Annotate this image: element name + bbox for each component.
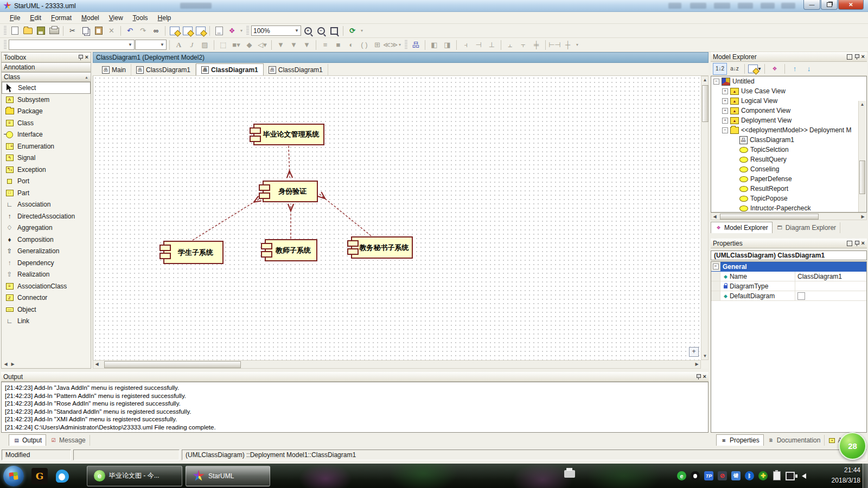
- align-left-button[interactable]: ⫞: [459, 39, 472, 50]
- tray-360-icon[interactable]: e: [677, 471, 686, 480]
- braces-button[interactable]: ( ): [358, 39, 371, 50]
- scroll-right-icon[interactable]: ▶: [693, 361, 700, 368]
- collapse-icon[interactable]: −: [713, 79, 719, 85]
- stereotype-display-button[interactable]: ▾: [748, 63, 761, 74]
- property-row-defaultdiagram[interactable]: ◆DefaultDiagram: [711, 291, 866, 301]
- horizontal-scroll-thumb[interactable]: [720, 214, 819, 220]
- sort-by-order-button[interactable]: 1↓2: [713, 63, 727, 75]
- tree-item-classdiagram1[interactable]: 品ClassDiagram1: [711, 135, 866, 145]
- tab-output[interactable]: ▤Output: [9, 434, 46, 446]
- taskbar-app-staruml[interactable]: StarUML: [186, 466, 270, 486]
- toolbox-item-package[interactable]: Package: [2, 106, 91, 118]
- property-row-name[interactable]: ◆Name ClassDiagram1: [711, 272, 866, 281]
- scroll-up-icon[interactable]: ▲: [85, 75, 88, 79]
- line-style-button[interactable]: ◁▾: [256, 39, 269, 50]
- tab-diagram-explorer[interactable]: 🗔Diagram Explorer: [773, 222, 840, 233]
- move-up-button[interactable]: ↑: [788, 63, 801, 74]
- tray-clipboard-icon[interactable]: [772, 471, 781, 480]
- tree-item-intructor-papercheck[interactable]: Intructor-Papercheck: [711, 203, 866, 213]
- toolbox-item-enumeration[interactable]: ⋮≡Enumeration: [2, 140, 91, 152]
- toolbar-grip[interactable]: [4, 26, 7, 36]
- toolbox-group-class[interactable]: Class ▲: [2, 72, 91, 82]
- suppress-attrs-button[interactable]: ≡: [319, 39, 331, 50]
- scroll-up-icon[interactable]: ▲: [859, 101, 866, 108]
- expand-icon[interactable]: +: [722, 88, 728, 94]
- ungroup-button[interactable]: ◨: [441, 39, 454, 50]
- toolbox-group-annotation[interactable]: Annotation: [2, 62, 91, 72]
- vertical-scroll-thumb[interactable]: [859, 160, 865, 194]
- close-button[interactable]: ✕: [838, 0, 864, 10]
- scroll-right-icon[interactable]: ▶: [9, 361, 16, 368]
- tab-message[interactable]: ☑Message: [46, 435, 90, 446]
- same-height-button[interactable]: ┼: [561, 39, 574, 50]
- menu-file[interactable]: File: [5, 13, 24, 23]
- select-area-button[interactable]: ⬚: [217, 39, 229, 50]
- toolbox-item-directedassociation[interactable]: ↑DirectedAssociation: [2, 210, 91, 222]
- toolbox-item-link[interactable]: ∟Link: [2, 316, 91, 328]
- horizontal-scroll-thumb[interactable]: [104, 361, 241, 368]
- output-log[interactable]: [21:42:23] Add-In "Java AddIn" menu is r…: [1, 382, 709, 433]
- component-identity-verify[interactable]: 身份验证: [263, 181, 318, 202]
- collapse-icon[interactable]: −: [713, 264, 719, 269]
- align-right-button[interactable]: ⊣: [473, 39, 485, 50]
- tray-antivirus-icon[interactable]: ✚: [758, 471, 768, 480]
- toolbox-item-composition[interactable]: ♦Composition: [2, 234, 91, 246]
- add-model-button[interactable]: [181, 25, 194, 36]
- group-button[interactable]: ◧: [428, 39, 441, 50]
- expand-icon[interactable]: +: [722, 98, 728, 104]
- diagram-tab-classdiagram1-b-active[interactable]: 品ClassDiagram1: [196, 63, 264, 75]
- tree-item-resultreport[interactable]: ResultReport: [711, 184, 866, 194]
- toolbar-overflow-chevron[interactable]: ▾: [239, 25, 244, 36]
- scroll-down-icon[interactable]: ▼: [701, 352, 709, 359]
- menu-format[interactable]: Format: [47, 13, 76, 23]
- property-row-diagramtype[interactable]: DiagramType: [711, 281, 866, 291]
- toolbar-grip[interactable]: [246, 26, 249, 36]
- menu-model[interactable]: Model: [77, 13, 104, 23]
- filter-button[interactable]: ❖: [768, 63, 781, 74]
- property-value-name[interactable]: ClassDiagram1: [795, 272, 866, 281]
- diagram-layout-button[interactable]: 品: [410, 39, 422, 50]
- scroll-right-icon[interactable]: ▶: [859, 213, 866, 220]
- zoom-in-button[interactable]: +: [302, 25, 314, 36]
- tree-horizontal-scrollbar[interactable]: ◀ ▶: [711, 213, 867, 220]
- cut-button[interactable]: ✂: [66, 25, 79, 36]
- align-center-button[interactable]: ⊥: [486, 39, 498, 50]
- align-bottom-button[interactable]: ⫟: [517, 39, 529, 50]
- align-top-button[interactable]: ⫠: [504, 39, 516, 50]
- xmi-button[interactable]: xx: [213, 25, 225, 36]
- zoom-level-combo[interactable]: 100% ▼: [251, 25, 301, 36]
- close-icon[interactable]: ×: [703, 374, 706, 380]
- undo-button[interactable]: ↶: [124, 25, 136, 36]
- delete-button[interactable]: ✕: [105, 25, 118, 36]
- paste-button[interactable]: [92, 25, 105, 36]
- float-icon[interactable]: [847, 241, 852, 246]
- align-middle-button[interactable]: ╪: [530, 39, 542, 50]
- tree-item-untitled[interactable]: −Untitled: [711, 76, 866, 86]
- shape-button[interactable]: ◆: [243, 39, 256, 50]
- font-button[interactable]: A: [173, 39, 185, 50]
- component-student-subsystem[interactable]: 学生子系统: [163, 241, 224, 264]
- component-secretary-subsystem[interactable]: 教务秘书子系统: [351, 236, 413, 259]
- zoom-out-button[interactable]: −: [315, 25, 327, 36]
- fill-color-button[interactable]: ▨: [199, 39, 211, 50]
- diagram-tab-main[interactable]: 品Main: [97, 64, 131, 75]
- toolbox-item-interface[interactable]: Interface: [2, 129, 91, 141]
- same-width-button[interactable]: ⊢⊣: [548, 39, 561, 50]
- toolbox-item-select[interactable]: Select: [2, 82, 91, 94]
- toolbox-item-exception[interactable]: ↰ₓException: [2, 164, 91, 176]
- scroll-left-icon[interactable]: ◀: [93, 361, 100, 368]
- toolbar-overflow-chevron[interactable]: ▾: [575, 39, 580, 50]
- redo-button[interactable]: ↷: [137, 25, 149, 36]
- diagram-overview-button[interactable]: +: [689, 347, 699, 357]
- operations-button[interactable]: ◐: [345, 39, 358, 50]
- tree-item-topicpopose[interactable]: TopicPopose: [711, 194, 866, 203]
- tree-item-deployment-model[interactable]: −<<deploymentModel>> Deployment M: [711, 125, 866, 135]
- properties-section-general[interactable]: − General: [711, 262, 866, 272]
- toolbox-item-association[interactable]: ∟Association: [2, 199, 91, 211]
- tree-item-paperdefense[interactable]: PaperDefense: [711, 174, 866, 184]
- toolbox-item-part[interactable]: □Part: [2, 187, 91, 199]
- tree-item-component-view[interactable]: +▲Component View: [711, 106, 866, 115]
- copy-button[interactable]: [79, 25, 92, 36]
- diagram-canvas[interactable]: 毕业论文管理系统 身份验证 学生子系统 教师子系统 教务秘书子系统: [93, 76, 701, 360]
- canvas-vertical-scrollbar[interactable]: ▲ ▼: [701, 76, 709, 360]
